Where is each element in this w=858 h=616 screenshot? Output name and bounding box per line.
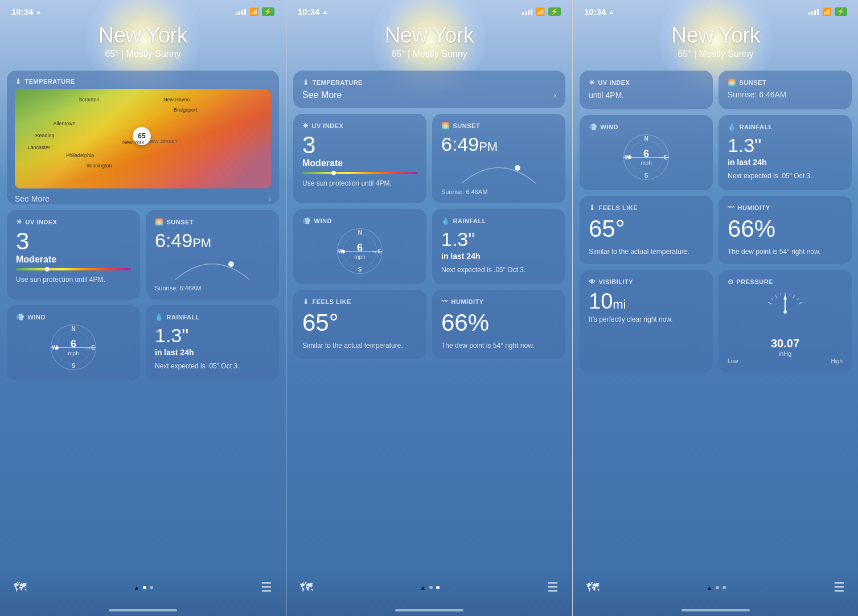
status-right-1: 📶 ⚡ <box>236 7 274 16</box>
map-icon-1[interactable]: 🗺 <box>14 580 26 595</box>
wind-card-1: 💨 WIND N S W E 6 mph → <box>7 305 140 380</box>
map-label-ny: New York <box>122 139 144 145</box>
map-label-lancaster: Lancaster <box>28 145 51 150</box>
sunrise-label-1: Sunrise: 6:46AM <box>155 285 270 291</box>
uv-sunset-row-3: ☀ UV INDEX until 4PM. 🌅 SUNSET Sunrise: … <box>580 71 852 109</box>
map-label-philadelphia: Philadelphia <box>66 153 94 158</box>
wind-unit-1: mph <box>68 350 79 356</box>
rainfall-header-2: 💧 RAINFALL <box>441 217 556 225</box>
uv-bar-1 <box>16 268 131 270</box>
status-left-1: 10:34 ▲ <box>11 7 42 17</box>
svg-line-5 <box>780 294 781 296</box>
location-dot-1: ▲ <box>134 584 140 591</box>
temperature-card-2[interactable]: 🌡 TEMPERATURE See More › <box>293 71 565 108</box>
vis-value-3: 10mi <box>589 289 704 314</box>
uv-card-3: ☀ UV INDEX until 4PM. <box>580 71 713 109</box>
time-3: 10:34 <box>584 7 606 17</box>
pressure-value-3: 30.07 <box>728 337 843 350</box>
status-left-2: 10:34 ▲ <box>298 7 328 17</box>
rain-icon-2: 💧 <box>441 217 450 225</box>
wind-header-1: 💨 WIND <box>16 313 131 321</box>
rain-icon-3: 💧 <box>728 123 737 131</box>
sunset-time-1: 6:49PM <box>155 229 270 252</box>
svg-marker-12 <box>783 295 787 299</box>
wind-rainfall-row-2: 💨 WIND N S W E 6 mph → <box>293 209 565 284</box>
sunrise-label-3: Sunrise: 6:46AM <box>728 90 843 99</box>
map-icon-2[interactable]: 🗺 <box>300 580 313 595</box>
temp-map-gradient-1: Scranton New Haven Bridgeport Allentown … <box>15 89 271 188</box>
list-icon-3[interactable]: ☰ <box>834 580 845 595</box>
weather-desc-1: 65° | Mostly Sunny <box>11 49 274 59</box>
rainfall-header-3: 💧 RAINFALL <box>728 123 843 131</box>
sunset-icon-1: 🌅 <box>155 218 164 226</box>
city-name-1: New York <box>11 23 274 48</box>
feels-icon-2: 🌡 <box>302 298 310 306</box>
weather-desc-2: 65° | Mostly Sunny <box>298 49 561 59</box>
compass-2: N S W E 6 mph → <box>337 228 383 274</box>
feels-humidity-row-2: 🌡 FEELS LIKE 65° Similar to the actual t… <box>293 290 565 359</box>
sunset-header-3: 🌅 SUNSET <box>728 79 843 87</box>
screen-2: 10:34 ▲ 📶 ⚡ New York 65° | Mostly Sunny … <box>286 0 572 616</box>
see-more-row-1[interactable]: See More › <box>15 188 271 204</box>
map-label-allentown: Allentown <box>54 121 76 126</box>
dot-1-1[interactable] <box>150 586 153 589</box>
battery-icon-3: ⚡ <box>835 7 847 16</box>
battery-icon-1: ⚡ <box>262 7 274 16</box>
svg-line-7 <box>790 294 790 296</box>
sunset-card-1: 🌅 SUNSET 6:49PM Sunrise: 6:46AM <box>146 210 279 299</box>
humidity-header-2: 〰 HUMIDITY <box>441 298 556 306</box>
status-bar-2: 10:34 ▲ 📶 ⚡ <box>286 0 572 19</box>
compass-3: N S W E 6 mph → <box>623 134 669 180</box>
list-icon-1[interactable]: ☰ <box>261 580 272 595</box>
humidity-icon-2: 〰 <box>441 298 449 306</box>
uv-level-2: Moderate <box>302 158 417 169</box>
map-icon-3[interactable]: 🗺 <box>586 580 599 595</box>
wind-header-3: 💨 WIND <box>589 123 704 131</box>
wind-rainfall-row-3: 💨 WIND N S W E 6 mph → <box>580 115 852 190</box>
status-bar-1: 10:34 ▲ 📶 ⚡ <box>0 0 286 19</box>
humidity-value-3: 66% <box>728 215 843 243</box>
humidity-note-3: The dew point is 54° right now. <box>728 247 843 257</box>
dot-2-1[interactable] <box>429 586 433 589</box>
compass-n-2: N <box>358 229 362 236</box>
compass-s-1: S <box>72 363 76 369</box>
list-icon-2[interactable]: ☰ <box>547 580 559 595</box>
uv-note-1: Use sun protection until 4PM. <box>16 275 131 285</box>
wind-header-2: 💨 WIND <box>302 217 417 225</box>
dot-3-1[interactable] <box>716 586 719 589</box>
svg-line-4 <box>775 295 777 298</box>
svg-line-2 <box>769 302 771 304</box>
location-dot-2: ▲ <box>420 584 426 591</box>
rain-value-1: 1.3" <box>155 325 270 347</box>
weather-desc-3: 65° | Mostly Sunny <box>584 49 847 59</box>
rainfall-card-2: 💧 RAINFALL 1.3" in last 24h Next expecte… <box>432 209 565 284</box>
bar4 <box>244 9 246 15</box>
pressure-card-3: ⊙ PRESSURE <box>719 270 852 372</box>
dot-3-2[interactable] <box>722 586 726 589</box>
signal-bars-2 <box>522 9 532 15</box>
screen-1: 10:34 ▲ 📶 ⚡ New York 65° | Mostly Sunny … <box>0 0 286 616</box>
dot-active-2[interactable] <box>436 586 440 589</box>
signal-bars-1 <box>236 9 246 15</box>
rain-period-1: in last 24h <box>155 348 270 357</box>
feels-value-2: 65° <box>302 309 417 336</box>
wifi-icon-3: 📶 <box>822 7 831 16</box>
uv-value-1: 3 <box>16 229 131 253</box>
feels-humidity-row-3: 🌡 FEELS LIKE 65° Similar to the actual t… <box>580 196 852 265</box>
uv-card-1: ☀ UV INDEX 3 Moderate Use sun protection… <box>7 210 140 299</box>
status-right-2: 📶 ⚡ <box>522 7 561 16</box>
temp-see-more-row-2[interactable]: See More › <box>302 90 556 100</box>
feels-note-3: Similar to the actual temperature. <box>589 247 704 257</box>
temperature-card-header-1: 🌡 TEMPERATURE <box>15 77 271 85</box>
sunset-header-1: 🌅 SUNSET <box>155 218 270 226</box>
humidity-icon-3: 〰 <box>728 204 735 212</box>
feels-value-3: 65° <box>589 215 704 243</box>
map-label-reading: Reading <box>35 133 55 138</box>
bar2 <box>239 11 240 15</box>
dot-active-1[interactable] <box>143 586 146 589</box>
pressure-gauge-3 <box>762 289 808 335</box>
sunset-icon-3: 🌅 <box>728 79 737 87</box>
vis-note-3: It's perfectly clear right now. <box>589 315 704 325</box>
wind-unit-2: mph <box>354 254 365 260</box>
feels-card-2: 🌡 FEELS LIKE 65° Similar to the actual t… <box>293 290 426 359</box>
